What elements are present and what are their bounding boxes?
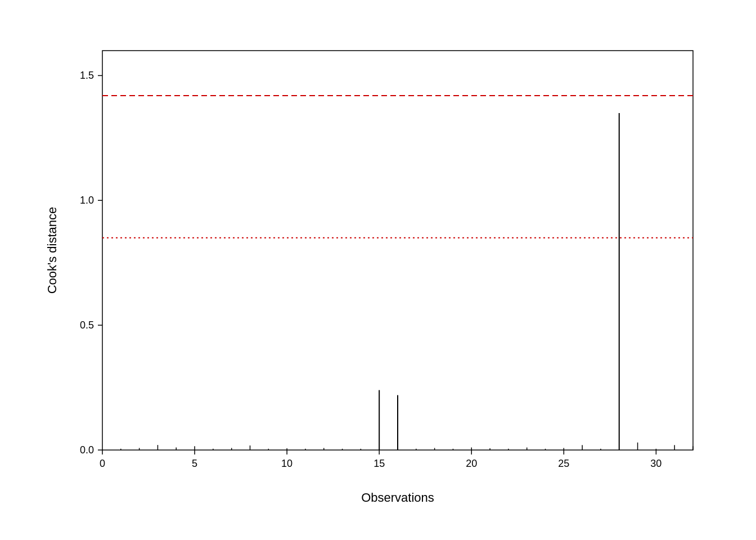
svg-text:25: 25 [558,458,569,469]
svg-text:0.0: 0.0 [80,444,94,456]
x-axis-label: Observations [361,490,434,505]
svg-text:30: 30 [650,458,662,469]
chart-container: 0.00.51.01.5051015202530ObservationsCook… [40,28,716,512]
svg-text:1.0: 1.0 [80,195,94,206]
svg-text:5: 5 [192,458,197,469]
svg-text:0: 0 [100,458,105,469]
svg-text:20: 20 [466,458,477,469]
y-axis-label: Cook's distance [45,207,59,294]
svg-text:15: 15 [374,458,385,469]
svg-text:1.5: 1.5 [80,70,94,81]
svg-text:0.5: 0.5 [80,320,94,331]
svg-rect-0 [40,28,716,512]
svg-text:10: 10 [281,458,292,469]
